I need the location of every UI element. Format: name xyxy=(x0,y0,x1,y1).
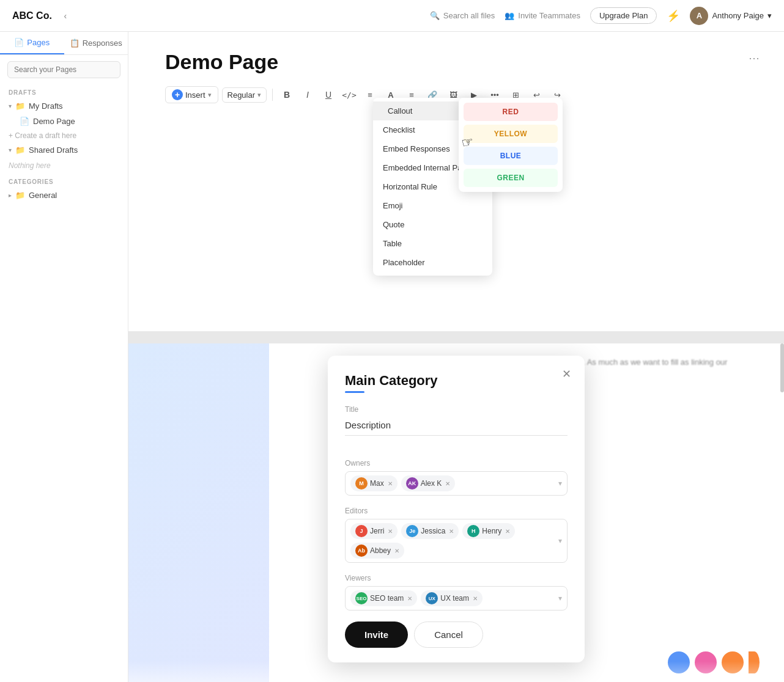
modal-title: Main Category xyxy=(345,373,568,389)
invite-teammates-button[interactable]: 👥 Invite Teammates xyxy=(505,11,580,20)
sidebar-collapse-button[interactable]: ‹ xyxy=(57,7,74,24)
insert-table-item[interactable]: Table xyxy=(373,234,492,253)
editor-jessica-pill: Je Jessica ✕ xyxy=(401,523,459,539)
color-blue-option[interactable]: BLUE xyxy=(464,147,558,165)
sidebar-item-general[interactable]: ▸ 📁 General xyxy=(0,188,128,203)
owner-alexk-name: Alex K xyxy=(421,479,442,488)
invite-label: Invite Teammates xyxy=(518,11,580,20)
format-select[interactable]: Regular ▾ xyxy=(222,87,267,103)
editor-jessica-remove[interactable]: ✕ xyxy=(449,528,454,535)
search-label: Search all files xyxy=(443,11,495,20)
color-red-option[interactable]: RED xyxy=(464,103,558,121)
owners-chevron-icon: ▾ xyxy=(558,479,562,488)
editors-input[interactable]: J Jerri ✕ Je Jessica ✕ H Hen xyxy=(345,519,568,563)
code-button[interactable]: </> xyxy=(341,86,358,103)
scrollbar-thumb[interactable] xyxy=(780,343,784,392)
section-divider xyxy=(128,331,784,343)
page-icon: 📄 xyxy=(20,117,29,126)
editor-options-button[interactable]: ⋯ xyxy=(749,51,760,65)
editor-abbey-remove[interactable]: ✕ xyxy=(394,548,399,554)
chevron-down-icon: ▾ xyxy=(208,91,212,99)
viewer-seo-team-pill: SEO SEO team ✕ xyxy=(350,590,417,606)
insert-button[interactable]: + Insert ▾ xyxy=(165,86,218,103)
insert-emoji-item[interactable]: Emoji xyxy=(373,196,492,215)
upgrade-plan-button[interactable]: Upgrade Plan xyxy=(590,7,657,24)
bold-button[interactable]: B xyxy=(278,86,295,103)
viewer-ux-remove[interactable]: ✕ xyxy=(473,595,478,602)
owner-alexk-remove[interactable]: ✕ xyxy=(445,480,450,487)
modal-title-underline xyxy=(345,391,364,393)
topbar-right: 🔍 Search all files 👥 Invite Teammates Up… xyxy=(430,7,772,25)
color-green-option[interactable]: GREEN xyxy=(464,169,558,187)
viewers-chevron-icon: ▾ xyxy=(558,594,562,603)
pages-icon: 📄 xyxy=(14,38,24,47)
tab-responses[interactable]: 📋 Responses xyxy=(64,32,128,54)
viewer-ux-team-pill: UX UX team ✕ xyxy=(421,590,483,606)
create-draft-button[interactable]: + Create a draft here xyxy=(0,129,128,142)
editor-jessica-avatar: Je xyxy=(406,525,418,537)
owners-input[interactable]: M Max ✕ AK Alex K ✕ ▾ xyxy=(345,471,568,496)
chevron-down-icon: ▾ xyxy=(9,147,12,153)
chevron-down-icon: ▾ xyxy=(9,103,12,109)
viewer-ux-avatar: UX xyxy=(426,592,438,604)
sidebar-item-shared-drafts[interactable]: ▾ 📁 Shared Drafts xyxy=(0,142,128,158)
color-yellow-option[interactable]: YELLOW xyxy=(464,125,558,143)
main-category-modal: ✕ Main Category Title Owners M xyxy=(328,356,585,662)
viewers-field-row: Viewers SEO SEO team ✕ UX UX team ✕ xyxy=(345,574,568,610)
viewer-seo-name: SEO team xyxy=(370,594,404,603)
folder-icon: 📁 xyxy=(15,191,25,200)
chevron-down-icon: ▾ xyxy=(257,91,261,99)
viewers-input[interactable]: SEO SEO team ✕ UX UX team ✕ ▾ xyxy=(345,586,568,610)
responses-icon: 📋 xyxy=(70,38,80,48)
sidebar-search-input[interactable] xyxy=(7,61,120,78)
editor-henry-pill: H Henry ✕ xyxy=(462,523,515,539)
viewers-label: Viewers xyxy=(345,574,568,582)
title-input[interactable] xyxy=(345,417,568,436)
color-options-panel: RED YELLOW BLUE GREEN xyxy=(459,98,563,192)
sidebar-item-my-drafts[interactable]: ▾ 📁 My Drafts xyxy=(0,98,128,114)
editor-abbey-name: Abbey xyxy=(370,546,391,555)
viewer-ux-name: UX team xyxy=(440,594,469,603)
nothing-here-label: Nothing here xyxy=(0,158,128,174)
modal-overlay: ✕ Main Category Title Owners M xyxy=(128,343,784,682)
invite-icon: 👥 xyxy=(505,11,514,20)
search-icon: 🔍 xyxy=(430,11,440,20)
activity-icon[interactable]: ⚡ xyxy=(667,9,680,23)
modal-close-button[interactable]: ✕ xyxy=(558,365,575,383)
tab-pages[interactable]: 📄 Pages xyxy=(0,32,64,54)
folder-icon: 📁 xyxy=(15,101,25,111)
insert-placeholder-item[interactable]: Placeholder xyxy=(373,253,492,272)
viewer-seo-remove[interactable]: ✕ xyxy=(407,595,412,602)
folder-icon: 📁 xyxy=(15,145,25,155)
owner-max-remove[interactable]: ✕ xyxy=(388,480,393,487)
editors-label: Editors xyxy=(345,507,568,515)
user-name: Anthony Paige xyxy=(712,11,764,20)
content-area: Demo Page + Insert ▾ Regular ▾ B I U xyxy=(128,32,784,682)
cancel-button[interactable]: Cancel xyxy=(414,622,483,648)
chevron-down-icon: ▾ xyxy=(767,11,772,20)
plus-icon: + xyxy=(172,89,183,100)
editor-fade xyxy=(128,282,784,331)
editors-field-row: Editors J Jerri ✕ Je Jessica ✕ xyxy=(345,507,568,563)
owner-max-avatar: M xyxy=(355,477,368,490)
owner-max-pill: M Max ✕ xyxy=(350,475,398,491)
main-layout: 📄 Pages 📋 Responses DRAFTS ▾ 📁 My Drafts… xyxy=(0,32,784,682)
underline-button[interactable]: U xyxy=(320,86,337,103)
second-section: use this feature with caution. As much a… xyxy=(128,343,784,682)
editor-jerri-remove[interactable]: ✕ xyxy=(388,528,393,535)
page-title: Demo Page xyxy=(165,50,747,74)
sidebar-item-demo-page[interactable]: 📄 Demo Page xyxy=(0,114,128,129)
owner-alexk-pill: AK Alex K ✕ xyxy=(401,475,456,491)
modal-actions: Invite Cancel xyxy=(345,622,568,648)
title-field-row: Title xyxy=(345,405,568,448)
user-menu[interactable]: A Anthony Paige ▾ xyxy=(690,7,772,25)
editor-henry-remove[interactable]: ✕ xyxy=(505,528,510,535)
editor-abbey-pill: Ab Abbey ✕ xyxy=(350,543,404,559)
search-button[interactable]: 🔍 Search all files xyxy=(430,11,495,20)
toolbar-divider xyxy=(272,89,273,101)
insert-quote-item[interactable]: Quote xyxy=(373,215,492,234)
italic-button[interactable]: I xyxy=(299,86,316,103)
invite-button[interactable]: Invite xyxy=(345,622,408,648)
topbar-left: ABC Co. ‹ xyxy=(12,7,74,24)
chevron-right-icon: ▸ xyxy=(9,192,12,199)
